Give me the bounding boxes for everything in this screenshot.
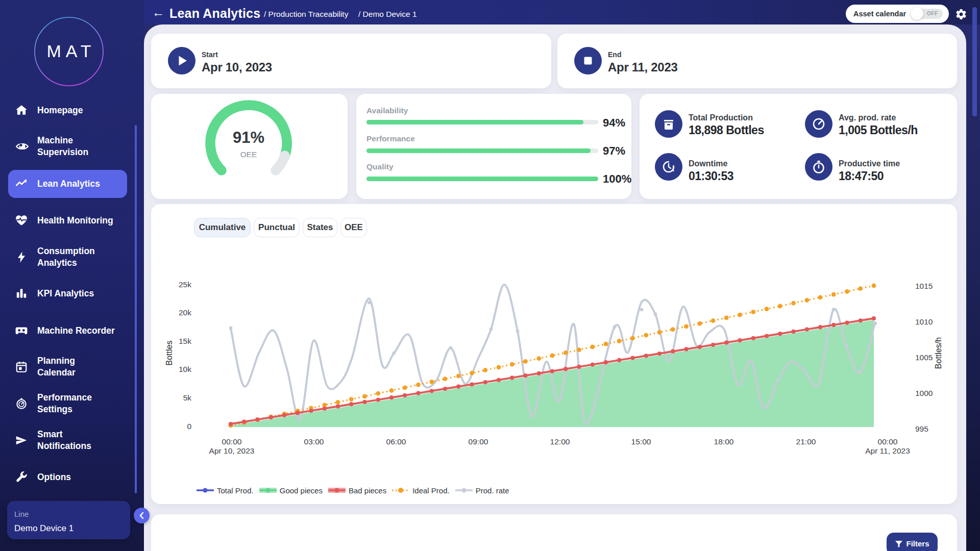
svg-text:Apr 11, 2023: Apr 11, 2023 bbox=[865, 446, 910, 455]
svg-text:1005: 1005 bbox=[915, 353, 933, 362]
svg-text:12:00: 12:00 bbox=[550, 437, 570, 446]
svg-text:20k: 20k bbox=[179, 308, 191, 317]
svg-text:Bottles/h: Bottles/h bbox=[934, 337, 943, 369]
svg-text:1015: 1015 bbox=[915, 282, 933, 290]
svg-text:0: 0 bbox=[187, 422, 191, 431]
svg-text:03:00: 03:00 bbox=[304, 437, 324, 446]
svg-text:25k: 25k bbox=[179, 280, 191, 289]
svg-text:995: 995 bbox=[915, 424, 928, 433]
svg-text:18:00: 18:00 bbox=[714, 437, 734, 446]
svg-text:10k: 10k bbox=[179, 365, 191, 373]
svg-text:09:00: 09:00 bbox=[469, 437, 488, 446]
svg-text:Apr 10, 2023: Apr 10, 2023 bbox=[209, 446, 255, 455]
svg-text:00:00: 00:00 bbox=[878, 437, 898, 446]
svg-text:Bottles: Bottles bbox=[165, 341, 174, 366]
svg-text:5k: 5k bbox=[183, 393, 192, 402]
svg-text:1000: 1000 bbox=[915, 389, 933, 397]
svg-text:1010: 1010 bbox=[915, 317, 933, 326]
svg-text:06:00: 06:00 bbox=[386, 437, 406, 446]
svg-text:00:00: 00:00 bbox=[222, 437, 242, 446]
svg-text:15:00: 15:00 bbox=[631, 437, 651, 446]
svg-text:21:00: 21:00 bbox=[796, 437, 816, 446]
svg-text:15k: 15k bbox=[179, 337, 191, 345]
